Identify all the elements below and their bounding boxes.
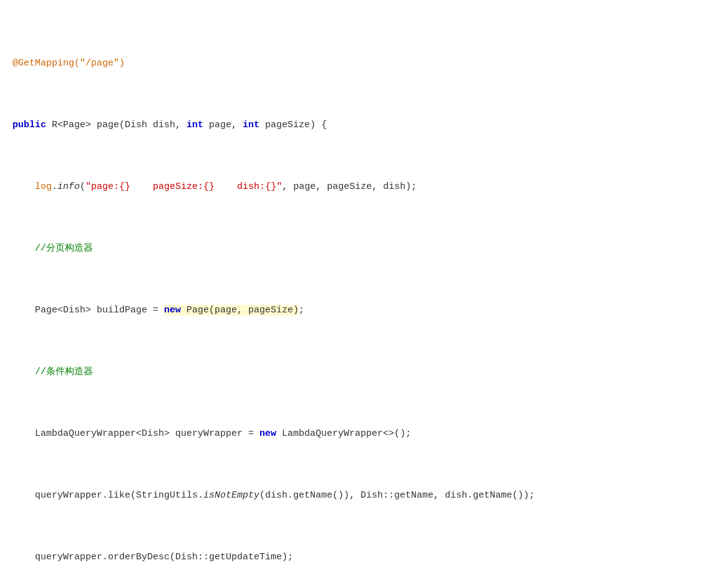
- line-log: log.info("page:{} pageSize:{} dish:{}", …: [12, 180, 694, 195]
- line-lambda-wrapper: LambdaQueryWrapper<Dish> queryWrapper = …: [12, 427, 694, 442]
- code-container: @GetMapping("/page") public R<Page> page…: [0, 0, 706, 588]
- line-buildpage: Page<Dish> buildPage = new Page(page, pa…: [12, 303, 694, 319]
- line-comment-1: //分页构造器: [12, 241, 694, 257]
- line-comment-2: //条件构造器: [12, 365, 694, 380]
- line-method-sig: public R<Page> page(Dish dish, int page,…: [12, 118, 694, 133]
- line-annotation: @GetMapping("/page"): [12, 56, 694, 72]
- line-querywrapper-like: queryWrapper.like(StringUtils.isNotEmpty…: [12, 488, 694, 504]
- line-querywrapper-order: queryWrapper.orderByDesc(Dish::getUpdate…: [12, 550, 694, 566]
- code-block: @GetMapping("/page") public R<Page> page…: [12, 10, 694, 588]
